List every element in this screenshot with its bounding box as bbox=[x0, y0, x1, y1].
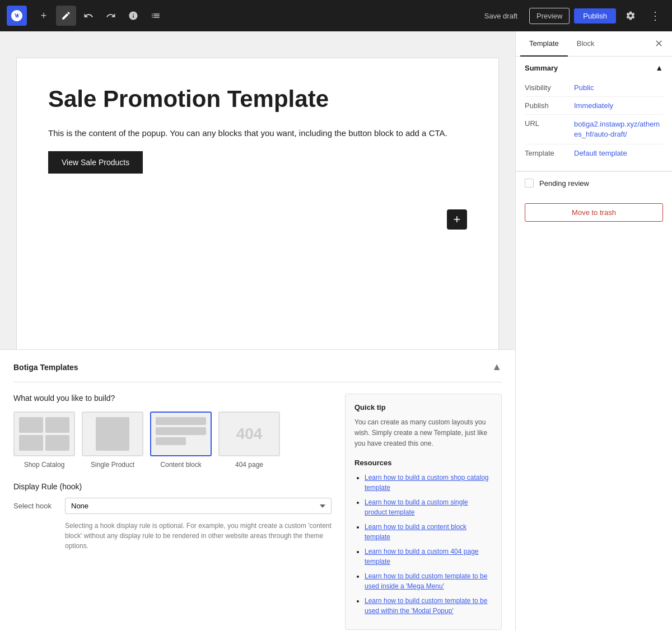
url-value[interactable]: botiga2.instawp.xyz/athemes_hf/auto-draf… bbox=[574, 119, 663, 139]
url-label: URL bbox=[525, 119, 570, 128]
publish-label: Publish bbox=[525, 101, 570, 110]
editor-area: Sale Promotion Template This is the cont… bbox=[0, 31, 515, 631]
save-draft-button[interactable]: Save draft bbox=[477, 8, 525, 24]
settings-button[interactable] bbox=[620, 6, 641, 26]
list-view-icon bbox=[151, 11, 161, 21]
quick-tip-text: You can create as many custom layouts yo… bbox=[354, 417, 492, 450]
botiga-section-header: Botiga Templates ▲ bbox=[13, 361, 502, 382]
undo-button[interactable] bbox=[78, 6, 99, 26]
info-button[interactable] bbox=[123, 6, 143, 26]
single-product-label: Single Product bbox=[91, 461, 134, 469]
shop-catalog-thumb bbox=[13, 412, 75, 456]
tab-block[interactable]: Block bbox=[568, 31, 604, 57]
redo-icon bbox=[106, 11, 116, 21]
quick-tip-title: Quick tip bbox=[354, 403, 492, 412]
summary-section: Summary ▲ Visibility Public Publish Imme… bbox=[516, 57, 672, 171]
resource-link-5[interactable]: Learn how to build custom template to be… bbox=[365, 572, 487, 590]
shop-catalog-label: Shop Catalog bbox=[24, 461, 65, 469]
botiga-inner: What would you like to build? bbox=[13, 394, 502, 630]
post-body[interactable]: This is the content of the popup. You ca… bbox=[48, 127, 467, 140]
list-item: Learn how to build custom template to be… bbox=[365, 571, 492, 591]
list-item: Learn how to build a custom shop catalog… bbox=[365, 473, 492, 493]
resources-title: Resources bbox=[354, 459, 492, 467]
resource-link-2[interactable]: Learn how to build a custom single produ… bbox=[365, 498, 468, 516]
collapse-botiga-button[interactable]: ▲ bbox=[492, 361, 502, 373]
summary-header[interactable]: Summary ▲ bbox=[516, 57, 672, 79]
view-sale-button[interactable]: View Sale Products bbox=[48, 151, 143, 174]
content-block-thumb bbox=[150, 412, 212, 456]
panel-tabs: Template Block ✕ bbox=[516, 31, 672, 57]
toolbar: + Save draft Preview Publish ⋮ bbox=[0, 0, 672, 31]
edit-button[interactable] bbox=[56, 6, 76, 26]
publish-value[interactable]: Immediately bbox=[574, 101, 613, 110]
hook-row: Select hook None bbox=[13, 498, 332, 514]
single-product-thumb bbox=[82, 412, 143, 456]
hook-row-label: Select hook bbox=[13, 502, 58, 510]
wp-logo[interactable] bbox=[7, 6, 27, 26]
publish-button[interactable]: Publish bbox=[574, 8, 616, 24]
add-block-canvas-button[interactable]: + bbox=[447, 209, 467, 230]
summary-row-publish: Publish Immediately bbox=[525, 97, 663, 115]
list-item: Learn how to build a custom 404 page tem… bbox=[365, 546, 492, 567]
wp-logo-icon bbox=[10, 9, 24, 22]
tab-template[interactable]: Template bbox=[520, 31, 568, 57]
resource-link-4[interactable]: Learn how to build a custom 404 page tem… bbox=[365, 548, 478, 565]
content-block-label: Content block bbox=[160, 461, 201, 469]
pencil-icon bbox=[61, 11, 71, 21]
404-thumb: 404 bbox=[218, 412, 280, 456]
list-view-button[interactable] bbox=[146, 6, 166, 26]
pending-review-row: Pending review bbox=[516, 171, 672, 194]
404-label: 404 page bbox=[235, 461, 263, 469]
visibility-value[interactable]: Public bbox=[574, 83, 594, 92]
resource-link-6[interactable]: Learn how to build custom template to be… bbox=[365, 597, 487, 615]
botiga-section-title: Botiga Templates bbox=[13, 363, 78, 372]
list-item: Learn how to build a content block templ… bbox=[365, 522, 492, 542]
template-option-404[interactable]: 404 404 page bbox=[218, 412, 280, 469]
panel-body: Summary ▲ Visibility Public Publish Imme… bbox=[516, 57, 672, 631]
build-label: What would you like to build? bbox=[13, 394, 332, 403]
summary-collapse-icon: ▲ bbox=[655, 63, 663, 72]
gear-icon bbox=[626, 11, 636, 21]
summary-row-url: URL botiga2.instawp.xyz/athemes_hf/auto-… bbox=[525, 115, 663, 144]
botiga-left: What would you like to build? bbox=[13, 394, 332, 630]
template-value[interactable]: Default template bbox=[574, 149, 627, 157]
template-label: Template bbox=[525, 149, 570, 157]
template-option-content-block[interactable]: Content block bbox=[150, 412, 212, 469]
quick-tip-panel: Quick tip You can create as many custom … bbox=[345, 394, 502, 630]
redo-button[interactable] bbox=[101, 6, 121, 26]
summary-title: Summary bbox=[525, 64, 558, 72]
preview-button[interactable]: Preview bbox=[529, 8, 570, 24]
visibility-label: Visibility bbox=[525, 83, 570, 92]
resource-link-3[interactable]: Learn how to build a content block templ… bbox=[365, 523, 466, 541]
template-option-shop-catalog[interactable]: Shop Catalog bbox=[13, 412, 75, 469]
summary-row-visibility: Visibility Public bbox=[525, 79, 663, 97]
hook-select[interactable]: None bbox=[65, 498, 332, 514]
summary-rows: Visibility Public Publish Immediately UR… bbox=[516, 79, 672, 171]
content-block-icon bbox=[151, 413, 211, 455]
pending-review-label: Pending review bbox=[539, 179, 589, 188]
template-option-single-product[interactable]: Single Product bbox=[82, 412, 143, 469]
list-item: Learn how to build a custom single produ… bbox=[365, 497, 492, 517]
more-options-button[interactable]: ⋮ bbox=[645, 6, 665, 26]
display-rule-label: Display Rule (hook) bbox=[13, 482, 332, 491]
info-icon bbox=[128, 11, 138, 21]
resource-link-1[interactable]: Learn how to build a custom shop catalog… bbox=[365, 474, 488, 492]
resources-list: Learn how to build a custom shop catalog… bbox=[354, 473, 492, 616]
pending-review-checkbox[interactable] bbox=[525, 179, 534, 188]
404-icon: 404 bbox=[236, 425, 263, 443]
hook-hint: Selecting a hook display rule is optiona… bbox=[65, 521, 332, 551]
main-layout: Sale Promotion Template This is the cont… bbox=[0, 31, 672, 631]
editor-canvas: Sale Promotion Template This is the cont… bbox=[17, 58, 498, 349]
undo-icon bbox=[83, 11, 94, 21]
trash-btn-wrap: Move to trash bbox=[516, 194, 672, 231]
botiga-templates-section: Botiga Templates ▲ What would you like t… bbox=[0, 349, 515, 631]
post-title[interactable]: Sale Promotion Template bbox=[48, 85, 467, 113]
shop-catalog-icon bbox=[15, 413, 74, 455]
add-block-button[interactable]: + bbox=[34, 6, 54, 26]
list-item: Learn how to build custom template to be… bbox=[365, 596, 492, 616]
settings-panel: Template Block ✕ Summary ▲ Visibility Pu… bbox=[515, 31, 672, 631]
summary-row-template: Template Default template bbox=[525, 144, 663, 162]
panel-close-button[interactable]: ✕ bbox=[650, 31, 668, 56]
single-product-icon bbox=[96, 417, 129, 451]
move-to-trash-button[interactable]: Move to trash bbox=[525, 203, 663, 222]
